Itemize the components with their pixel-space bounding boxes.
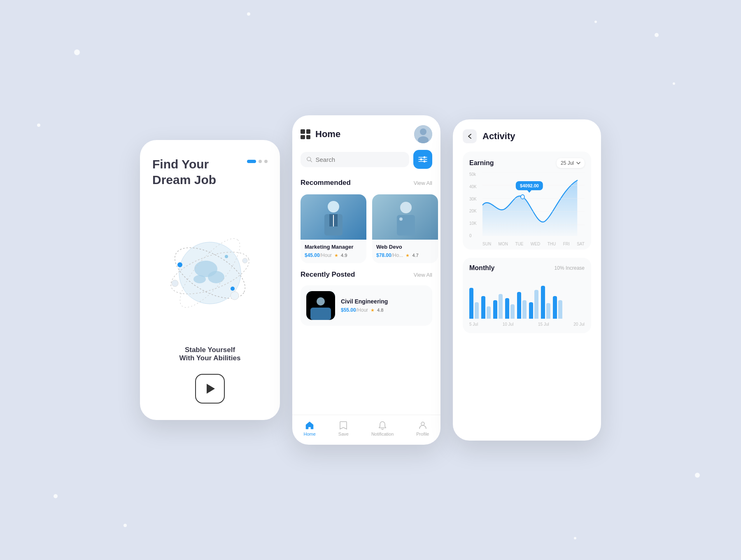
recent-img-1 [306,291,335,320]
svg-rect-39 [310,308,331,320]
y-30k: 30K [469,197,477,201]
monthly-section: Monthly 10% Increase [463,258,591,333]
bar-group-7 [541,286,550,319]
chart-tooltip: $4092.00 [516,181,543,190]
search-input[interactable] [315,156,403,163]
avatar-svg [414,125,432,143]
job-card-2-title: Web Devo [376,244,434,250]
recent-list: Civil Engineering $55.00/Hour ★ 4.8 [292,282,440,329]
star-icon-1: ★ [334,253,338,258]
search-input-wrap[interactable] [301,152,409,167]
avatar[interactable] [414,125,432,143]
x-tue: TUE [515,242,523,246]
nav-notification[interactable]: Notification [371,421,394,436]
nav-save-label: Save [338,432,349,436]
job-card-1-body: Marketing Manager $45.00/Hour ★ 4.9 [301,240,366,258]
monthly-header: Monthly 10% Increase [469,264,585,272]
globe-illustration [152,191,268,342]
y-20k: 20K [469,209,477,213]
recent-card-1-meta: $55.00/Hour ★ 4.8 [341,307,426,313]
job-card-1[interactable]: Marketing Manager $45.00/Hour ★ 4.9 [301,194,366,263]
screen-home: Home [292,115,440,445]
dot-1 [247,160,256,163]
job-card-2-body: Web Devo $78.00/Ho... ★ 4.7 [372,240,438,258]
monthly-label: Monthly [469,264,494,272]
job-card-1-title: Marketing Manager [305,244,362,250]
bar-chart-labels: 5 Jul 10 Jul 15 Jul 20 Jul [469,322,585,327]
nav-home[interactable]: Home [303,421,315,436]
play-button[interactable] [195,374,225,404]
activity-header: Activity [463,129,591,143]
svg-point-9 [231,287,235,291]
bar-primary-1 [469,288,473,319]
svg-point-10 [225,255,228,258]
job-card-2-rating: 4.7 [412,253,418,258]
bar-secondary-5 [522,300,527,319]
recent-view-all[interactable]: View All [414,272,432,278]
recommended-view-all[interactable]: View All [414,180,432,186]
job-card-2[interactable]: Web Devo $78.00/Ho... ★ 4.7 [372,194,438,263]
x-sun: SUN [482,242,491,246]
bottom-nav: Home Save Notification Pr [292,415,440,445]
svg-point-40 [421,422,424,425]
svg-point-29 [328,201,339,212]
bar-group-4 [505,298,515,319]
svg-point-38 [317,297,325,306]
svg-point-11 [172,280,178,287]
screens-container: Find Your Dream Job [140,115,601,445]
grid-icon[interactable] [301,129,310,139]
bookmark-icon [339,421,347,430]
recent-header: Recently Posted View All [292,267,440,282]
svg-line-18 [310,161,312,162]
svg-point-8 [177,262,182,267]
y-50k: 50k [469,172,477,177]
increase-badge: 10% Increase [555,265,585,271]
nav-notification-label: Notification [371,432,394,436]
bar-group-3 [493,294,503,319]
recent-rating: 4.8 [377,308,383,313]
search-icon [306,156,312,163]
bar-primary-5 [517,292,521,319]
globe-svg [163,219,257,314]
svg-point-41 [521,195,524,199]
x-axis-labels: SUN MON TUE WED THU FRI SAT [482,242,585,246]
chevron-down-icon [576,162,580,164]
recommended-list: Marketing Manager $45.00/Hour ★ 4.9 [292,190,440,267]
nav-save[interactable]: Save [338,421,349,436]
job-img-2 [372,194,438,240]
dot-3 [264,160,268,163]
filter-button[interactable] [413,150,432,169]
earning-section: Earning 25 Jul 50k 40K 30K 20K 10K 0 [463,152,591,250]
bar-secondary-4 [510,304,515,319]
nav-profile[interactable]: Profile [416,421,429,436]
job-img-1 [301,194,366,240]
job-card-1-price: $45.00/Hour [305,252,332,258]
bar-label-3: 15 Jul [538,322,549,327]
bell-icon [378,421,387,430]
bar-primary-7 [541,286,545,319]
bar-chart [469,278,585,319]
header-left: Home [301,129,340,140]
search-row [292,150,440,175]
recent-card-1[interactable]: Civil Engineering $55.00/Hour ★ 4.8 [301,285,432,326]
job-card-1-rating: 4.9 [341,253,347,258]
x-thu: THU [548,242,556,246]
svg-rect-34 [397,215,415,236]
home-header: Home [292,115,440,150]
bar-primary-6 [529,302,533,319]
bar-group-1 [469,288,479,319]
date-text: 25 Jul [561,160,574,166]
job-card-2-meta: $78.00/Ho... ★ 4.7 [376,252,434,258]
bar-primary-4 [505,298,509,319]
recent-card-1-info: Civil Engineering $55.00/Hour ★ 4.8 [341,298,426,313]
svg-point-13 [231,292,239,300]
back-icon [468,133,472,139]
nav-profile-label: Profile [416,432,429,436]
recent-star-icon: ★ [370,308,375,313]
bar-primary-2 [481,296,485,319]
subtitle-line1: Stable Yourself [152,346,268,354]
svg-point-4 [193,275,206,283]
date-picker[interactable]: 25 Jul [557,158,585,168]
back-button[interactable] [463,129,477,143]
svg-point-12 [242,258,247,263]
